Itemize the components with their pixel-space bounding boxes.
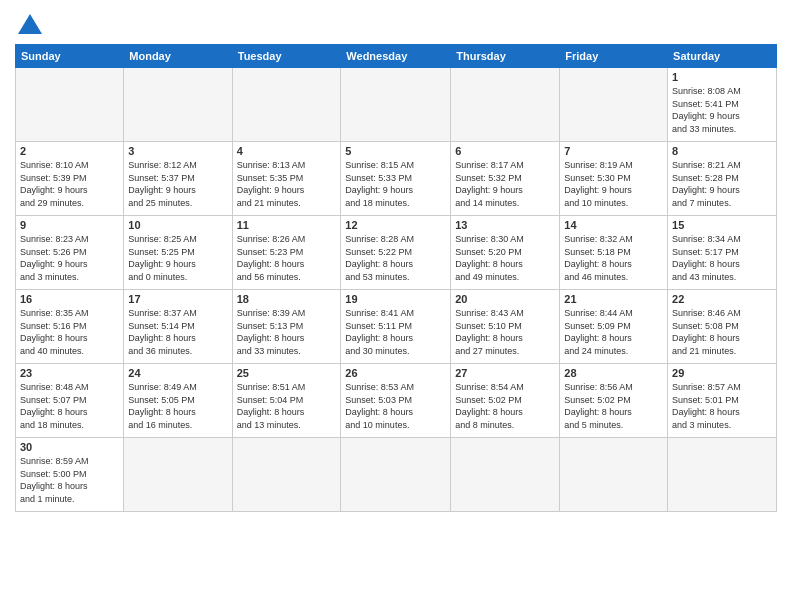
day-number: 20 bbox=[455, 293, 555, 305]
day-number: 14 bbox=[564, 219, 663, 231]
day-info: Sunrise: 8:23 AM Sunset: 5:26 PM Dayligh… bbox=[20, 233, 119, 283]
day-number: 7 bbox=[564, 145, 663, 157]
day-number: 27 bbox=[455, 367, 555, 379]
day-info: Sunrise: 8:35 AM Sunset: 5:16 PM Dayligh… bbox=[20, 307, 119, 357]
calendar-day-cell: 15Sunrise: 8:34 AM Sunset: 5:17 PM Dayli… bbox=[668, 216, 777, 290]
calendar-week-row: 23Sunrise: 8:48 AM Sunset: 5:07 PM Dayli… bbox=[16, 364, 777, 438]
calendar-day-cell bbox=[451, 438, 560, 512]
calendar-day-cell: 12Sunrise: 8:28 AM Sunset: 5:22 PM Dayli… bbox=[341, 216, 451, 290]
calendar-day-cell: 22Sunrise: 8:46 AM Sunset: 5:08 PM Dayli… bbox=[668, 290, 777, 364]
calendar-day-cell bbox=[668, 438, 777, 512]
day-number: 19 bbox=[345, 293, 446, 305]
calendar-day-cell bbox=[451, 68, 560, 142]
calendar-day-cell: 6Sunrise: 8:17 AM Sunset: 5:32 PM Daylig… bbox=[451, 142, 560, 216]
day-number: 21 bbox=[564, 293, 663, 305]
day-info: Sunrise: 8:25 AM Sunset: 5:25 PM Dayligh… bbox=[128, 233, 227, 283]
calendar-header-monday: Monday bbox=[124, 45, 232, 68]
day-info: Sunrise: 8:26 AM Sunset: 5:23 PM Dayligh… bbox=[237, 233, 337, 283]
day-info: Sunrise: 8:34 AM Sunset: 5:17 PM Dayligh… bbox=[672, 233, 772, 283]
calendar-day-cell: 5Sunrise: 8:15 AM Sunset: 5:33 PM Daylig… bbox=[341, 142, 451, 216]
calendar-day-cell bbox=[232, 438, 341, 512]
calendar-day-cell bbox=[560, 438, 668, 512]
day-number: 1 bbox=[672, 71, 772, 83]
calendar-day-cell bbox=[560, 68, 668, 142]
day-info: Sunrise: 8:37 AM Sunset: 5:14 PM Dayligh… bbox=[128, 307, 227, 357]
calendar-day-cell: 1Sunrise: 8:08 AM Sunset: 5:41 PM Daylig… bbox=[668, 68, 777, 142]
day-number: 16 bbox=[20, 293, 119, 305]
day-info: Sunrise: 8:30 AM Sunset: 5:20 PM Dayligh… bbox=[455, 233, 555, 283]
calendar-day-cell: 17Sunrise: 8:37 AM Sunset: 5:14 PM Dayli… bbox=[124, 290, 232, 364]
day-info: Sunrise: 8:21 AM Sunset: 5:28 PM Dayligh… bbox=[672, 159, 772, 209]
day-info: Sunrise: 8:12 AM Sunset: 5:37 PM Dayligh… bbox=[128, 159, 227, 209]
day-number: 8 bbox=[672, 145, 772, 157]
calendar-day-cell: 3Sunrise: 8:12 AM Sunset: 5:37 PM Daylig… bbox=[124, 142, 232, 216]
day-info: Sunrise: 8:53 AM Sunset: 5:03 PM Dayligh… bbox=[345, 381, 446, 431]
day-info: Sunrise: 8:41 AM Sunset: 5:11 PM Dayligh… bbox=[345, 307, 446, 357]
calendar-day-cell bbox=[341, 438, 451, 512]
calendar-day-cell bbox=[16, 68, 124, 142]
calendar-week-row: 9Sunrise: 8:23 AM Sunset: 5:26 PM Daylig… bbox=[16, 216, 777, 290]
calendar-week-row: 2Sunrise: 8:10 AM Sunset: 5:39 PM Daylig… bbox=[16, 142, 777, 216]
day-number: 23 bbox=[20, 367, 119, 379]
calendar-day-cell: 14Sunrise: 8:32 AM Sunset: 5:18 PM Dayli… bbox=[560, 216, 668, 290]
day-number: 18 bbox=[237, 293, 337, 305]
calendar-day-cell: 16Sunrise: 8:35 AM Sunset: 5:16 PM Dayli… bbox=[16, 290, 124, 364]
day-info: Sunrise: 8:54 AM Sunset: 5:02 PM Dayligh… bbox=[455, 381, 555, 431]
day-info: Sunrise: 8:49 AM Sunset: 5:05 PM Dayligh… bbox=[128, 381, 227, 431]
day-info: Sunrise: 8:46 AM Sunset: 5:08 PM Dayligh… bbox=[672, 307, 772, 357]
calendar-day-cell: 4Sunrise: 8:13 AM Sunset: 5:35 PM Daylig… bbox=[232, 142, 341, 216]
calendar-header-saturday: Saturday bbox=[668, 45, 777, 68]
calendar-day-cell: 23Sunrise: 8:48 AM Sunset: 5:07 PM Dayli… bbox=[16, 364, 124, 438]
calendar-day-cell: 21Sunrise: 8:44 AM Sunset: 5:09 PM Dayli… bbox=[560, 290, 668, 364]
day-info: Sunrise: 8:28 AM Sunset: 5:22 PM Dayligh… bbox=[345, 233, 446, 283]
calendar-day-cell: 2Sunrise: 8:10 AM Sunset: 5:39 PM Daylig… bbox=[16, 142, 124, 216]
day-info: Sunrise: 8:08 AM Sunset: 5:41 PM Dayligh… bbox=[672, 85, 772, 135]
calendar-day-cell: 9Sunrise: 8:23 AM Sunset: 5:26 PM Daylig… bbox=[16, 216, 124, 290]
calendar-day-cell bbox=[124, 68, 232, 142]
day-number: 13 bbox=[455, 219, 555, 231]
calendar-header-tuesday: Tuesday bbox=[232, 45, 341, 68]
day-number: 3 bbox=[128, 145, 227, 157]
day-info: Sunrise: 8:51 AM Sunset: 5:04 PM Dayligh… bbox=[237, 381, 337, 431]
calendar-header-friday: Friday bbox=[560, 45, 668, 68]
calendar-header-sunday: Sunday bbox=[16, 45, 124, 68]
calendar-day-cell: 8Sunrise: 8:21 AM Sunset: 5:28 PM Daylig… bbox=[668, 142, 777, 216]
day-number: 4 bbox=[237, 145, 337, 157]
day-info: Sunrise: 8:15 AM Sunset: 5:33 PM Dayligh… bbox=[345, 159, 446, 209]
day-number: 25 bbox=[237, 367, 337, 379]
calendar-day-cell: 27Sunrise: 8:54 AM Sunset: 5:02 PM Dayli… bbox=[451, 364, 560, 438]
calendar-day-cell: 11Sunrise: 8:26 AM Sunset: 5:23 PM Dayli… bbox=[232, 216, 341, 290]
calendar-day-cell: 24Sunrise: 8:49 AM Sunset: 5:05 PM Dayli… bbox=[124, 364, 232, 438]
day-info: Sunrise: 8:10 AM Sunset: 5:39 PM Dayligh… bbox=[20, 159, 119, 209]
page: SundayMondayTuesdayWednesdayThursdayFrid… bbox=[0, 0, 792, 612]
calendar-header-wednesday: Wednesday bbox=[341, 45, 451, 68]
day-number: 22 bbox=[672, 293, 772, 305]
calendar-day-cell: 30Sunrise: 8:59 AM Sunset: 5:00 PM Dayli… bbox=[16, 438, 124, 512]
logo-triangle-icon bbox=[18, 14, 42, 34]
day-info: Sunrise: 8:17 AM Sunset: 5:32 PM Dayligh… bbox=[455, 159, 555, 209]
day-info: Sunrise: 8:32 AM Sunset: 5:18 PM Dayligh… bbox=[564, 233, 663, 283]
day-info: Sunrise: 8:44 AM Sunset: 5:09 PM Dayligh… bbox=[564, 307, 663, 357]
day-number: 28 bbox=[564, 367, 663, 379]
calendar-day-cell: 25Sunrise: 8:51 AM Sunset: 5:04 PM Dayli… bbox=[232, 364, 341, 438]
calendar-table: SundayMondayTuesdayWednesdayThursdayFrid… bbox=[15, 44, 777, 512]
day-number: 5 bbox=[345, 145, 446, 157]
calendar-day-cell bbox=[124, 438, 232, 512]
calendar-header-row: SundayMondayTuesdayWednesdayThursdayFrid… bbox=[16, 45, 777, 68]
day-info: Sunrise: 8:39 AM Sunset: 5:13 PM Dayligh… bbox=[237, 307, 337, 357]
day-number: 10 bbox=[128, 219, 227, 231]
day-info: Sunrise: 8:43 AM Sunset: 5:10 PM Dayligh… bbox=[455, 307, 555, 357]
day-number: 17 bbox=[128, 293, 227, 305]
day-number: 29 bbox=[672, 367, 772, 379]
day-number: 24 bbox=[128, 367, 227, 379]
calendar-header-thursday: Thursday bbox=[451, 45, 560, 68]
day-number: 12 bbox=[345, 219, 446, 231]
day-number: 15 bbox=[672, 219, 772, 231]
day-number: 30 bbox=[20, 441, 119, 453]
calendar-week-row: 30Sunrise: 8:59 AM Sunset: 5:00 PM Dayli… bbox=[16, 438, 777, 512]
day-number: 26 bbox=[345, 367, 446, 379]
calendar-week-row: 1Sunrise: 8:08 AM Sunset: 5:41 PM Daylig… bbox=[16, 68, 777, 142]
day-number: 2 bbox=[20, 145, 119, 157]
day-info: Sunrise: 8:59 AM Sunset: 5:00 PM Dayligh… bbox=[20, 455, 119, 505]
day-info: Sunrise: 8:19 AM Sunset: 5:30 PM Dayligh… bbox=[564, 159, 663, 209]
